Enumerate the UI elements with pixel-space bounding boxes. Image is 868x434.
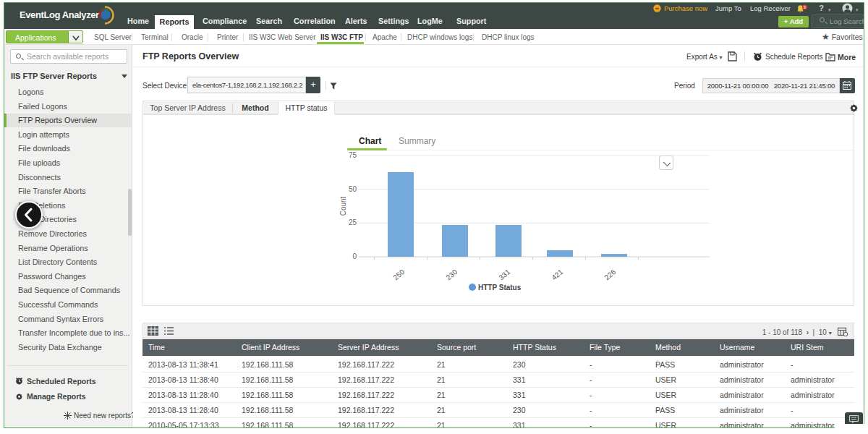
svg-text:50: 50 (349, 185, 357, 193)
svg-text:421: 421 (550, 268, 564, 281)
svg-text:0: 0 (352, 252, 357, 260)
svg-text:250: 250 (391, 268, 406, 281)
svg-text:25: 25 (349, 218, 357, 226)
svg-text:Count: Count (339, 196, 347, 216)
svg-text:HTTP Status: HTTP Status (478, 284, 522, 292)
svg-text:226: 226 (603, 268, 617, 281)
svg-text:75: 75 (349, 151, 357, 159)
svg-text:331: 331 (497, 268, 511, 281)
svg-text:230: 230 (444, 268, 459, 281)
